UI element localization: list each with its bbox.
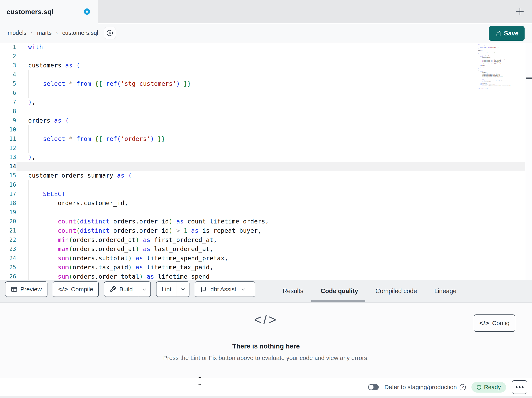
code-line[interactable]: 11 select * from {{ ref('orders') }} bbox=[0, 134, 478, 144]
lint-label: Lint bbox=[162, 286, 171, 293]
code-text: orders as ( bbox=[28, 116, 69, 125]
code-line[interactable]: 25 sum(orders.tax_paid) as lifetime_tax_… bbox=[0, 263, 478, 272]
preview-label: Preview bbox=[20, 286, 42, 293]
line-number: 3 bbox=[0, 61, 16, 70]
save-label: Save bbox=[504, 30, 519, 37]
code-line[interactable]: 26 sum(orders.order_total) as lifetime_s… bbox=[0, 272, 478, 280]
code-text: SELECT bbox=[28, 189, 65, 199]
line-number: 21 bbox=[0, 226, 16, 235]
defer-label-group: Defer to staging/production ? bbox=[384, 384, 466, 391]
preview-button[interactable]: Preview bbox=[5, 281, 47, 297]
config-label: Config bbox=[492, 320, 510, 326]
dbt-assist-button[interactable]: dbt Assist bbox=[195, 281, 255, 297]
line-number: 7 bbox=[0, 98, 16, 107]
code-line[interactable]: 10 bbox=[0, 125, 478, 134]
build-button[interactable]: Build bbox=[104, 281, 151, 297]
build-dropdown-button[interactable] bbox=[138, 282, 151, 297]
code-line[interactable]: 14 bbox=[0, 162, 478, 171]
line-number: 26 bbox=[0, 272, 16, 280]
compile-label: Compile bbox=[71, 286, 93, 293]
lint-dropdown-button[interactable] bbox=[177, 282, 189, 297]
code-line[interactable]: 4 bbox=[0, 70, 478, 79]
tab-results[interactable]: Results bbox=[283, 287, 303, 295]
tab-lineage[interactable]: Lineage bbox=[434, 287, 456, 295]
editor-toolbar: Preview </> Compile Build bbox=[0, 280, 532, 303]
code-line[interactable]: 20 count(distinct orders.order_id) as co… bbox=[0, 217, 478, 226]
code-line[interactable]: 21 count(distinct orders.order_id) > 1 a… bbox=[0, 226, 478, 235]
code-text: customer_orders_summary as ( bbox=[28, 171, 132, 180]
new-tab-button[interactable] bbox=[513, 5, 526, 18]
code-line[interactable]: 5 select * from {{ ref('stg_customers') … bbox=[0, 79, 478, 88]
breadcrumb-models[interactable]: models bbox=[8, 30, 26, 36]
scrollbar-thumb[interactable] bbox=[526, 78, 532, 79]
line-number: 14 bbox=[0, 162, 16, 171]
tab-customers-sql[interactable]: customers.sql bbox=[0, 0, 98, 24]
code-line[interactable]: 15customer_orders_summary as ( bbox=[0, 171, 478, 180]
code-line[interactable]: 19 bbox=[0, 208, 478, 217]
code-line[interactable]: 22 min(orders.ordered_at) as first_order… bbox=[0, 235, 478, 245]
wrench-icon bbox=[110, 286, 116, 293]
code-line[interactable]: 16 bbox=[0, 180, 478, 189]
code-line[interactable]: 7), bbox=[0, 98, 478, 107]
code-icon: </> bbox=[58, 286, 68, 293]
line-number: 1 bbox=[0, 42, 16, 52]
code-line[interactable]: 1with bbox=[0, 42, 478, 52]
code-text: select * from {{ ref('orders') }} bbox=[28, 134, 165, 144]
save-button[interactable]: Save bbox=[489, 26, 525, 41]
dbt-assist-label: dbt Assist bbox=[210, 286, 236, 293]
table-icon bbox=[11, 286, 18, 293]
code-line[interactable]: 18 orders.customer_id, bbox=[0, 198, 478, 208]
code-editor[interactable]: 1with23customers as (45 select * from {{… bbox=[0, 42, 532, 280]
more-options-button[interactable] bbox=[512, 380, 527, 394]
line-number: 10 bbox=[0, 125, 16, 134]
tab-compiled-code[interactable]: Compiled code bbox=[375, 287, 417, 295]
line-number: 13 bbox=[0, 153, 16, 162]
line-number: 8 bbox=[0, 107, 16, 116]
code-line[interactable]: 2 bbox=[0, 52, 478, 61]
build-label: Build bbox=[119, 286, 133, 293]
lineage-compass-button[interactable] bbox=[104, 27, 116, 39]
config-button[interactable]: </> Config bbox=[474, 314, 515, 332]
compass-icon bbox=[106, 29, 114, 37]
code-text: min(orders.ordered_at) as first_ordered_… bbox=[28, 235, 217, 245]
line-number: 11 bbox=[0, 134, 16, 144]
code-line[interactable]: 9orders as ( bbox=[0, 116, 478, 125]
code-line[interactable]: 12 bbox=[0, 144, 478, 153]
code-text: max(orders.ordered_at) as last_ordered_a… bbox=[28, 244, 213, 254]
compile-button[interactable]: </> Compile bbox=[53, 281, 99, 297]
code-line[interactable]: 8 bbox=[0, 107, 478, 116]
code-quality-panel: </> There is nothing here Press the Lint… bbox=[0, 303, 532, 378]
code-line[interactable]: 17 SELECT bbox=[0, 189, 478, 199]
empty-state-title: There is nothing here bbox=[0, 342, 532, 350]
minimap-content: with customers as ( select * from {{ ref… bbox=[478, 44, 525, 89]
code-line[interactable]: 23 max(orders.ordered_at) as last_ordere… bbox=[0, 244, 478, 254]
breadcrumb-marts[interactable]: marts bbox=[37, 30, 52, 36]
ready-circle-icon bbox=[477, 385, 481, 390]
minimap[interactable]: with customers as ( select * from {{ ref… bbox=[478, 44, 525, 96]
code-line[interactable]: 24 sum(orders.subtotal) as lifetime_spen… bbox=[0, 254, 478, 263]
line-number: 17 bbox=[0, 189, 16, 199]
code-line[interactable]: 3customers as ( bbox=[0, 61, 478, 70]
defer-toggle[interactable] bbox=[368, 384, 379, 390]
editor-tab-bar: customers.sql bbox=[0, 0, 532, 23]
breadcrumb-separator: › bbox=[56, 30, 58, 36]
breadcrumb: models › marts › customers.sql bbox=[8, 24, 116, 42]
breadcrumb-separator: › bbox=[31, 30, 33, 36]
code-text: select * from {{ ref('stg_customers') }} bbox=[28, 79, 191, 88]
help-icon[interactable]: ? bbox=[460, 384, 466, 390]
toolbar-separator bbox=[268, 280, 268, 302]
tab-title: customers.sql bbox=[7, 8, 53, 16]
code-line[interactable]: 13), bbox=[0, 153, 478, 162]
lint-button[interactable]: Lint bbox=[156, 281, 190, 297]
bottom-strip bbox=[0, 396, 532, 398]
tab-code-quality[interactable]: Code quality bbox=[321, 287, 358, 295]
code-line[interactable]: 6 bbox=[0, 88, 478, 98]
line-number: 19 bbox=[0, 208, 16, 217]
line-number: 9 bbox=[0, 116, 16, 125]
code-text: ), bbox=[28, 98, 36, 107]
code-icon: </> bbox=[479, 320, 489, 326]
toolbar-buttons: Preview </> Compile Build bbox=[5, 281, 255, 297]
line-number: 22 bbox=[0, 235, 16, 245]
editor-scrollbar[interactable] bbox=[525, 42, 532, 280]
line-number: 5 bbox=[0, 79, 16, 88]
